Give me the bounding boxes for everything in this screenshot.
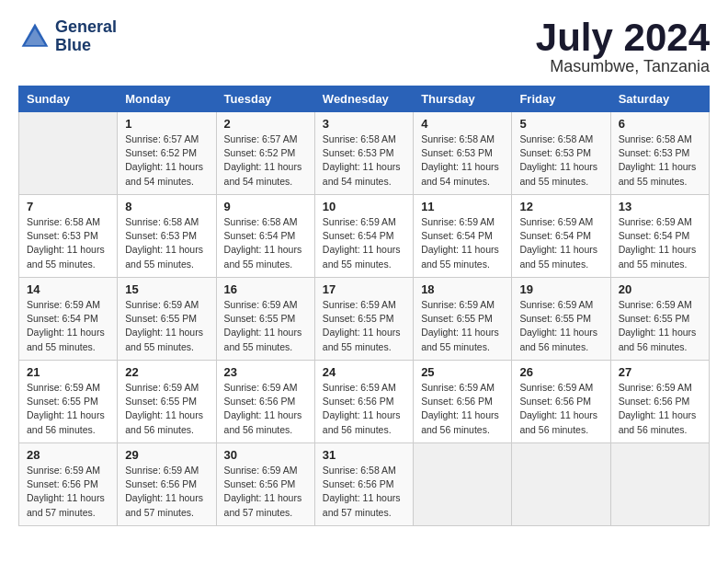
day-number: 31 bbox=[323, 448, 405, 462]
day-number: 8 bbox=[125, 200, 208, 213]
day-info: Sunrise: 6:59 AMSunset: 6:55 PMDaylight:… bbox=[323, 298, 405, 354]
day-number: 12 bbox=[519, 200, 602, 213]
calendar-cell: 20Sunrise: 6:59 AMSunset: 6:55 PMDayligh… bbox=[610, 278, 709, 361]
calendar-cell: 28Sunrise: 6:59 AMSunset: 6:56 PMDayligh… bbox=[19, 443, 118, 526]
day-number: 24 bbox=[323, 365, 405, 379]
day-number: 23 bbox=[224, 365, 307, 379]
header-row: SundayMondayTuesdayWednesdayThursdayFrid… bbox=[19, 86, 710, 112]
day-info: Sunrise: 6:59 AMSunset: 6:55 PMDaylight:… bbox=[224, 298, 307, 354]
calendar-cell: 18Sunrise: 6:59 AMSunset: 6:55 PMDayligh… bbox=[414, 278, 512, 361]
calendar-cell: 29Sunrise: 6:59 AMSunset: 6:56 PMDayligh… bbox=[118, 443, 216, 526]
calendar-cell: 16Sunrise: 6:59 AMSunset: 6:55 PMDayligh… bbox=[216, 278, 314, 361]
calendar-cell: 21Sunrise: 6:59 AMSunset: 6:55 PMDayligh… bbox=[19, 361, 118, 443]
calendar-cell: 22Sunrise: 6:59 AMSunset: 6:55 PMDayligh… bbox=[118, 361, 216, 443]
day-info: Sunrise: 6:59 AMSunset: 6:56 PMDaylight:… bbox=[27, 464, 109, 520]
calendar-cell: 19Sunrise: 6:59 AMSunset: 6:55 PMDayligh… bbox=[512, 278, 610, 361]
day-info: Sunrise: 6:59 AMSunset: 6:55 PMDaylight:… bbox=[125, 381, 208, 437]
day-info: Sunrise: 6:58 AMSunset: 6:54 PMDaylight:… bbox=[224, 215, 307, 271]
calendar-cell: 14Sunrise: 6:59 AMSunset: 6:54 PMDayligh… bbox=[19, 278, 118, 361]
day-number: 14 bbox=[27, 282, 109, 296]
day-number: 29 bbox=[125, 448, 208, 462]
week-row-3: 14Sunrise: 6:59 AMSunset: 6:54 PMDayligh… bbox=[19, 278, 710, 361]
day-number: 20 bbox=[619, 282, 701, 296]
day-number: 26 bbox=[519, 365, 602, 379]
calendar-cell: 25Sunrise: 6:59 AMSunset: 6:56 PMDayligh… bbox=[414, 361, 512, 443]
day-info: Sunrise: 6:59 AMSunset: 6:55 PMDaylight:… bbox=[519, 298, 602, 354]
day-number: 2 bbox=[224, 117, 307, 131]
logo-icon bbox=[18, 20, 51, 53]
calendar-cell: 12Sunrise: 6:59 AMSunset: 6:54 PMDayligh… bbox=[512, 195, 610, 278]
day-info: Sunrise: 6:58 AMSunset: 6:53 PMDaylight:… bbox=[421, 132, 504, 189]
calendar-cell: 13Sunrise: 6:59 AMSunset: 6:54 PMDayligh… bbox=[610, 195, 709, 278]
column-header-tuesday: Tuesday bbox=[216, 86, 314, 112]
calendar-cell: 31Sunrise: 6:58 AMSunset: 6:56 PMDayligh… bbox=[314, 443, 413, 526]
day-number: 22 bbox=[125, 365, 208, 379]
day-number: 15 bbox=[125, 282, 208, 296]
day-info: Sunrise: 6:59 AMSunset: 6:56 PMDaylight:… bbox=[224, 464, 307, 520]
day-info: Sunrise: 6:59 AMSunset: 6:56 PMDaylight:… bbox=[619, 381, 701, 437]
day-info: Sunrise: 6:58 AMSunset: 6:53 PMDaylight:… bbox=[27, 215, 109, 271]
calendar-cell: 6Sunrise: 6:58 AMSunset: 6:53 PMDaylight… bbox=[610, 112, 709, 195]
title-block: July 2024 Masumbwe, Tanzania bbox=[536, 18, 710, 76]
week-row-2: 7Sunrise: 6:58 AMSunset: 6:53 PMDaylight… bbox=[19, 195, 710, 278]
day-number: 11 bbox=[421, 200, 504, 213]
column-header-saturday: Saturday bbox=[610, 86, 709, 112]
calendar-cell bbox=[610, 443, 709, 526]
column-header-friday: Friday bbox=[512, 86, 610, 112]
calendar-cell: 2Sunrise: 6:57 AMSunset: 6:52 PMDaylight… bbox=[216, 112, 314, 195]
day-number: 13 bbox=[619, 200, 701, 213]
day-info: Sunrise: 6:58 AMSunset: 6:53 PMDaylight:… bbox=[125, 215, 208, 271]
day-info: Sunrise: 6:59 AMSunset: 6:56 PMDaylight:… bbox=[421, 381, 504, 437]
day-number: 28 bbox=[27, 448, 109, 462]
day-info: Sunrise: 6:59 AMSunset: 6:56 PMDaylight:… bbox=[323, 381, 405, 437]
day-number: 7 bbox=[27, 200, 109, 213]
day-number: 18 bbox=[421, 282, 504, 296]
logo-line1: General bbox=[55, 18, 117, 37]
day-number: 30 bbox=[224, 448, 307, 462]
day-number: 9 bbox=[224, 200, 307, 213]
calendar-cell: 4Sunrise: 6:58 AMSunset: 6:53 PMDaylight… bbox=[414, 112, 512, 195]
day-info: Sunrise: 6:59 AMSunset: 6:56 PMDaylight:… bbox=[519, 381, 602, 437]
calendar-cell: 11Sunrise: 6:59 AMSunset: 6:54 PMDayligh… bbox=[414, 195, 512, 278]
calendar-cell: 1Sunrise: 6:57 AMSunset: 6:52 PMDaylight… bbox=[118, 112, 216, 195]
month-year: July 2024 bbox=[536, 18, 710, 57]
logo-line2: Blue bbox=[55, 37, 117, 55]
calendar-cell bbox=[512, 443, 610, 526]
calendar-cell: 27Sunrise: 6:59 AMSunset: 6:56 PMDayligh… bbox=[610, 361, 709, 443]
day-info: Sunrise: 6:59 AMSunset: 6:56 PMDaylight:… bbox=[125, 464, 208, 520]
day-info: Sunrise: 6:59 AMSunset: 6:55 PMDaylight:… bbox=[421, 298, 504, 354]
day-info: Sunrise: 6:58 AMSunset: 6:53 PMDaylight:… bbox=[519, 132, 602, 189]
day-number: 6 bbox=[619, 117, 701, 131]
day-info: Sunrise: 6:58 AMSunset: 6:53 PMDaylight:… bbox=[323, 132, 405, 189]
page-header: General Blue July 2024 Masumbwe, Tanzani… bbox=[18, 18, 710, 76]
calendar-cell: 26Sunrise: 6:59 AMSunset: 6:56 PMDayligh… bbox=[512, 361, 610, 443]
calendar-cell: 5Sunrise: 6:58 AMSunset: 6:53 PMDaylight… bbox=[512, 112, 610, 195]
calendar-cell: 23Sunrise: 6:59 AMSunset: 6:56 PMDayligh… bbox=[216, 361, 314, 443]
day-info: Sunrise: 6:58 AMSunset: 6:56 PMDaylight:… bbox=[323, 464, 405, 520]
day-info: Sunrise: 6:59 AMSunset: 6:54 PMDaylight:… bbox=[421, 215, 504, 271]
calendar-cell: 7Sunrise: 6:58 AMSunset: 6:53 PMDaylight… bbox=[19, 195, 118, 278]
day-number: 4 bbox=[421, 117, 504, 131]
day-number: 10 bbox=[323, 200, 405, 213]
column-header-monday: Monday bbox=[118, 86, 216, 112]
column-header-wednesday: Wednesday bbox=[314, 86, 413, 112]
day-info: Sunrise: 6:57 AMSunset: 6:52 PMDaylight:… bbox=[224, 132, 307, 189]
day-info: Sunrise: 6:59 AMSunset: 6:55 PMDaylight:… bbox=[27, 381, 109, 437]
day-info: Sunrise: 6:59 AMSunset: 6:54 PMDaylight:… bbox=[27, 298, 109, 354]
day-number: 21 bbox=[27, 365, 109, 379]
logo: General Blue bbox=[18, 18, 117, 55]
day-info: Sunrise: 6:59 AMSunset: 6:56 PMDaylight:… bbox=[224, 381, 307, 437]
day-info: Sunrise: 6:59 AMSunset: 6:54 PMDaylight:… bbox=[619, 215, 701, 271]
week-row-5: 28Sunrise: 6:59 AMSunset: 6:56 PMDayligh… bbox=[19, 443, 710, 526]
location: Masumbwe, Tanzania bbox=[536, 57, 710, 76]
day-number: 3 bbox=[323, 117, 405, 131]
day-number: 19 bbox=[519, 282, 602, 296]
calendar-table: SundayMondayTuesdayWednesdayThursdayFrid… bbox=[18, 86, 710, 526]
column-header-sunday: Sunday bbox=[19, 86, 118, 112]
day-info: Sunrise: 6:57 AMSunset: 6:52 PMDaylight:… bbox=[125, 132, 208, 189]
day-number: 5 bbox=[519, 117, 602, 131]
day-number: 1 bbox=[125, 117, 208, 131]
calendar-cell: 30Sunrise: 6:59 AMSunset: 6:56 PMDayligh… bbox=[216, 443, 314, 526]
calendar-cell: 8Sunrise: 6:58 AMSunset: 6:53 PMDaylight… bbox=[118, 195, 216, 278]
day-info: Sunrise: 6:59 AMSunset: 6:54 PMDaylight:… bbox=[323, 215, 405, 271]
